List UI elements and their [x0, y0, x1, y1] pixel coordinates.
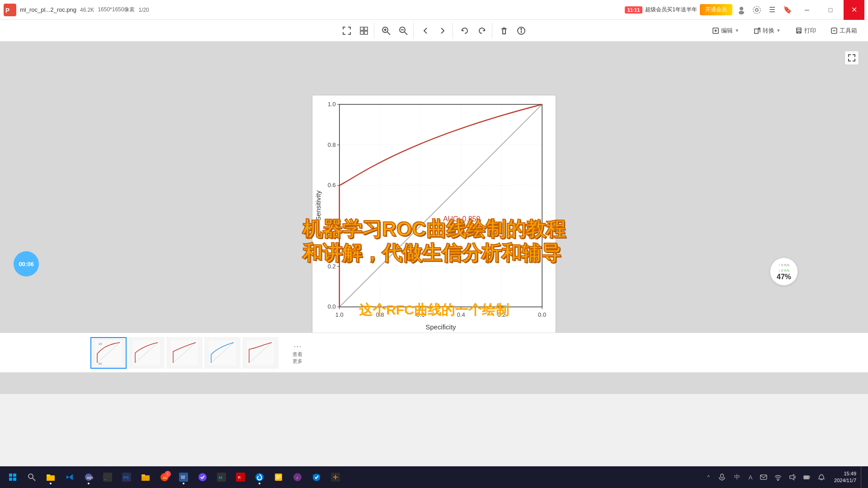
taskbar-file-explorer[interactable] — [42, 468, 60, 486]
svg-point-19 — [521, 28, 522, 29]
delete-button[interactable] — [496, 23, 512, 39]
svg-point-115 — [778, 480, 778, 481]
upload-speed: ↑ 0 K/s — [778, 263, 789, 268]
close-button[interactable]: ✕ — [844, 0, 864, 20]
ime-chinese-icon[interactable]: 中 — [730, 468, 744, 486]
taskbar-checklist[interactable] — [193, 468, 212, 486]
prev-page-button[interactable] — [417, 23, 434, 39]
svg-line-82 — [33, 478, 35, 481]
view-tools-group — [337, 23, 374, 39]
svg-rect-119 — [804, 476, 808, 479]
speaker-icon[interactable] — [786, 468, 799, 486]
fullscreen-button[interactable] — [339, 23, 355, 39]
svg-text:AUC: 0.850: AUC: 0.850 — [443, 215, 481, 223]
svg-rect-77 — [9, 474, 12, 477]
thumbnail-4[interactable] — [204, 337, 241, 369]
battery-icon[interactable] — [801, 468, 813, 486]
view-more-label: 查看 更多 — [292, 351, 302, 365]
timer-value: 00:06 — [19, 261, 33, 267]
user-icon[interactable] — [735, 4, 748, 16]
next-page-button[interactable] — [434, 23, 451, 39]
zoom-in-button[interactable] — [378, 23, 394, 39]
taskbar-note[interactable] — [269, 468, 288, 486]
taskbar-edge[interactable] — [250, 468, 269, 486]
show-hidden-icons[interactable]: ^ — [703, 468, 714, 486]
svg-rect-6 — [360, 27, 363, 30]
taskbar-music[interactable]: ♪ — [288, 468, 307, 486]
svg-rect-9 — [364, 31, 368, 34]
svg-rect-8 — [360, 31, 363, 34]
taskbar-defender[interactable] — [307, 468, 326, 486]
network-speed-badge: ↑ 0 K/s ↓ 0 K/s 47% — [770, 258, 798, 286]
svg-text:0.0: 0.0 — [99, 362, 102, 365]
message-icon[interactable] — [757, 468, 770, 486]
taskbar-folder[interactable] — [137, 468, 155, 486]
ime-mode-icon[interactable]: A — [745, 468, 755, 486]
svg-rect-78 — [13, 474, 16, 477]
svg-rect-80 — [13, 478, 16, 481]
thumbnail-5[interactable] — [242, 337, 278, 369]
settings-icon[interactable] — [750, 4, 763, 16]
zoom-out-button[interactable] — [395, 23, 411, 39]
convert-label: 转换 — [763, 27, 774, 35]
taskbar-app1[interactable]: M — [212, 468, 231, 486]
rotate-cw-button[interactable] — [474, 23, 490, 39]
svg-point-97 — [198, 473, 207, 481]
convert-chevron: ▼ — [776, 28, 781, 33]
microphone-icon[interactable] — [716, 468, 728, 486]
svg-line-15 — [405, 32, 407, 35]
taskbar-lens[interactable] — [326, 468, 344, 486]
svg-rect-114 — [760, 475, 767, 479]
info-button[interactable] — [513, 23, 529, 39]
clock-date: 2024/11/7 — [834, 477, 856, 484]
svg-rect-112 — [721, 474, 723, 478]
timer-badge[interactable]: 00:06 — [14, 251, 39, 277]
x-axis-label: Specificity — [425, 323, 456, 331]
view-more-button[interactable]: ⋯ 查看 更多 — [284, 337, 311, 369]
expand-chart-button[interactable] — [844, 51, 859, 65]
taskbar-cmd[interactable]: _ — [99, 468, 117, 486]
thumbnail-3[interactable] — [166, 337, 203, 369]
bookmark-icon[interactable]: 🔖 — [781, 4, 794, 16]
taskbar-ps[interactable]: PS — [118, 468, 136, 486]
svg-text:W: W — [181, 475, 185, 480]
notification-center-icon[interactable] — [815, 468, 828, 486]
taskbar-antivirus[interactable]: AV ! — [156, 468, 174, 486]
svg-text:0.2: 0.2 — [328, 263, 336, 270]
windows-taskbar: wps _ PS AV ! W — [0, 466, 868, 488]
tools-action[interactable]: 工具箱 — [827, 25, 861, 37]
wifi-icon[interactable] — [772, 468, 784, 486]
minimize-button[interactable]: ─ — [797, 0, 817, 20]
svg-text:♪: ♪ — [296, 475, 298, 480]
start-button[interactable] — [4, 468, 22, 486]
menu-icon[interactable]: ☰ — [766, 4, 778, 16]
taskbar-browser-history[interactable]: wps — [80, 468, 98, 486]
thumbnail-1[interactable]: 1.0 0.0 — [90, 337, 127, 369]
show-desktop-button[interactable] — [861, 466, 864, 488]
rotate-ccw-button[interactable] — [457, 23, 473, 39]
print-action[interactable]: 打印 — [792, 25, 820, 37]
title-bar: P ml_roc_pl...2_roc.png 46.2K 1650*1650像… — [0, 0, 868, 20]
taskbar-vscode[interactable] — [61, 468, 79, 486]
taskbar-clock[interactable]: 15:49 2024/11/7 — [830, 470, 860, 484]
taskbar-word[interactable]: W — [175, 468, 193, 486]
main-content-area: AUC: 0.850 0.0 0.2 0.4 0.6 0.8 1.0 — [0, 42, 868, 394]
taskbar-app2[interactable]: R — [231, 468, 250, 486]
thumbnail-2[interactable] — [128, 337, 165, 369]
system-tray: ^ 中 A — [701, 468, 830, 486]
vip-promo-text: 超级会员买1年送半年 — [645, 6, 697, 14]
antivirus-notification-badge: ! — [165, 471, 171, 477]
svg-text:0.0: 0.0 — [328, 303, 336, 310]
file-size: 46.2K — [80, 7, 94, 13]
svg-text:_: _ — [104, 476, 107, 480]
thumbnail-view-button[interactable] — [356, 23, 372, 39]
svg-rect-92 — [142, 474, 145, 476]
taskbar-search[interactable] — [23, 468, 41, 486]
open-vip-button[interactable]: 开通会员 — [700, 4, 732, 15]
maximize-button[interactable]: □ — [820, 0, 841, 20]
file-dims: 1650*1650像素 — [98, 6, 135, 14]
edit-action[interactable]: 编辑 ▼ — [708, 25, 743, 37]
svg-rect-7 — [364, 27, 368, 30]
convert-action[interactable]: 转换 ▼ — [750, 25, 784, 37]
svg-rect-23 — [755, 29, 758, 33]
